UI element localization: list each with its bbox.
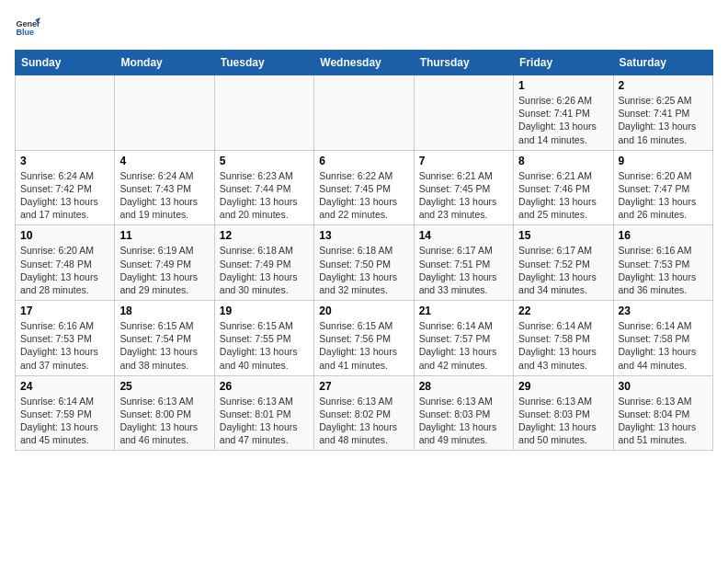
day-info: Sunrise: 6:13 AM Sunset: 8:02 PM Dayligh… xyxy=(319,395,408,447)
day-info: Sunrise: 6:14 AM Sunset: 7:57 PM Dayligh… xyxy=(419,319,508,372)
day-info: Sunrise: 6:24 AM Sunset: 7:42 PM Dayligh… xyxy=(20,169,109,222)
weekday-header-tuesday: Tuesday xyxy=(214,51,313,75)
day-number: 21 xyxy=(419,304,508,317)
day-info: Sunrise: 6:15 AM Sunset: 7:55 PM Dayligh… xyxy=(220,319,309,372)
day-number: 15 xyxy=(518,229,608,242)
day-info: Sunrise: 6:13 AM Sunset: 8:01 PM Dayligh… xyxy=(220,395,309,447)
calendar-week-row: 3Sunrise: 6:24 AM Sunset: 7:42 PM Daylig… xyxy=(16,150,713,225)
day-number: 6 xyxy=(319,155,408,167)
calendar-cell xyxy=(16,75,115,151)
calendar-week-row: 24Sunrise: 6:14 AM Sunset: 7:59 PM Dayli… xyxy=(16,375,713,451)
day-number: 12 xyxy=(220,229,309,242)
day-number: 26 xyxy=(220,380,309,393)
day-info: Sunrise: 6:23 AM Sunset: 7:44 PM Dayligh… xyxy=(220,169,309,222)
day-number: 19 xyxy=(220,304,309,317)
calendar-cell: 9Sunrise: 6:20 AM Sunset: 7:47 PM Daylig… xyxy=(613,150,712,225)
day-number: 10 xyxy=(20,229,109,242)
weekday-header-saturday: Saturday xyxy=(613,51,712,75)
day-info: Sunrise: 6:20 AM Sunset: 7:47 PM Dayligh… xyxy=(619,169,708,222)
calendar-cell: 3Sunrise: 6:24 AM Sunset: 7:42 PM Daylig… xyxy=(16,150,115,225)
calendar-cell: 15Sunrise: 6:17 AM Sunset: 7:52 PM Dayli… xyxy=(514,225,613,301)
calendar-cell: 21Sunrise: 6:14 AM Sunset: 7:57 PM Dayli… xyxy=(414,301,513,376)
weekday-header-thursday: Thursday xyxy=(414,51,513,75)
day-info: Sunrise: 6:24 AM Sunset: 7:43 PM Dayligh… xyxy=(119,169,209,222)
day-number: 27 xyxy=(319,380,408,393)
calendar-body: 1Sunrise: 6:26 AM Sunset: 7:41 PM Daylig… xyxy=(16,75,713,451)
day-info: Sunrise: 6:15 AM Sunset: 7:54 PM Dayligh… xyxy=(119,319,209,372)
calendar-cell: 20Sunrise: 6:15 AM Sunset: 7:56 PM Dayli… xyxy=(314,301,414,376)
calendar-cell: 16Sunrise: 6:16 AM Sunset: 7:53 PM Dayli… xyxy=(613,225,712,301)
weekday-header-row: SundayMondayTuesdayWednesdayThursdayFrid… xyxy=(16,51,713,75)
day-info: Sunrise: 6:17 AM Sunset: 7:51 PM Dayligh… xyxy=(419,244,508,296)
day-info: Sunrise: 6:18 AM Sunset: 7:49 PM Dayligh… xyxy=(220,244,309,296)
calendar-cell: 2Sunrise: 6:25 AM Sunset: 7:41 PM Daylig… xyxy=(613,75,712,151)
day-number: 18 xyxy=(119,304,209,317)
calendar-cell: 11Sunrise: 6:19 AM Sunset: 7:49 PM Dayli… xyxy=(115,225,214,301)
calendar-cell: 22Sunrise: 6:14 AM Sunset: 7:58 PM Dayli… xyxy=(514,301,613,376)
day-info: Sunrise: 6:18 AM Sunset: 7:50 PM Dayligh… xyxy=(319,244,408,296)
day-info: Sunrise: 6:13 AM Sunset: 8:00 PM Dayligh… xyxy=(119,395,209,447)
calendar-cell xyxy=(314,75,414,151)
day-number: 24 xyxy=(20,380,109,393)
day-info: Sunrise: 6:20 AM Sunset: 7:48 PM Dayligh… xyxy=(20,244,109,296)
weekday-header-sunday: Sunday xyxy=(16,51,115,75)
calendar-cell: 30Sunrise: 6:13 AM Sunset: 8:04 PM Dayli… xyxy=(613,375,712,451)
logo: General Blue xyxy=(15,15,44,40)
calendar-week-row: 10Sunrise: 6:20 AM Sunset: 7:48 PM Dayli… xyxy=(16,225,713,301)
day-number: 5 xyxy=(220,155,309,167)
day-info: Sunrise: 6:14 AM Sunset: 7:58 PM Dayligh… xyxy=(619,319,708,372)
day-number: 4 xyxy=(119,155,209,167)
calendar-cell: 13Sunrise: 6:18 AM Sunset: 7:50 PM Dayli… xyxy=(314,225,414,301)
calendar-cell: 1Sunrise: 6:26 AM Sunset: 7:41 PM Daylig… xyxy=(514,75,613,151)
calendar-table: SundayMondayTuesdayWednesdayThursdayFrid… xyxy=(15,50,713,451)
calendar-week-row: 1Sunrise: 6:26 AM Sunset: 7:41 PM Daylig… xyxy=(16,75,713,151)
day-number: 2 xyxy=(619,79,708,92)
calendar-cell: 27Sunrise: 6:13 AM Sunset: 8:02 PM Dayli… xyxy=(314,375,414,451)
weekday-header-wednesday: Wednesday xyxy=(314,51,414,75)
calendar-cell: 24Sunrise: 6:14 AM Sunset: 7:59 PM Dayli… xyxy=(16,375,115,451)
calendar-cell xyxy=(214,75,313,151)
calendar-cell: 8Sunrise: 6:21 AM Sunset: 7:46 PM Daylig… xyxy=(514,150,613,225)
day-info: Sunrise: 6:14 AM Sunset: 7:59 PM Dayligh… xyxy=(20,395,109,447)
day-number: 8 xyxy=(518,155,608,167)
weekday-header-friday: Friday xyxy=(514,51,613,75)
calendar-header: SundayMondayTuesdayWednesdayThursdayFrid… xyxy=(16,51,713,75)
day-number: 30 xyxy=(619,380,708,393)
calendar-cell: 12Sunrise: 6:18 AM Sunset: 7:49 PM Dayli… xyxy=(214,225,313,301)
page-header: General Blue xyxy=(15,15,713,40)
day-number: 1 xyxy=(518,79,608,92)
day-info: Sunrise: 6:13 AM Sunset: 8:03 PM Dayligh… xyxy=(419,395,508,447)
day-info: Sunrise: 6:17 AM Sunset: 7:52 PM Dayligh… xyxy=(518,244,608,296)
calendar-cell: 28Sunrise: 6:13 AM Sunset: 8:03 PM Dayli… xyxy=(414,375,513,451)
calendar-cell xyxy=(414,75,513,151)
logo-icon: General Blue xyxy=(15,15,40,40)
calendar-cell: 23Sunrise: 6:14 AM Sunset: 7:58 PM Dayli… xyxy=(613,301,712,376)
day-number: 29 xyxy=(518,380,608,393)
calendar-week-row: 17Sunrise: 6:16 AM Sunset: 7:53 PM Dayli… xyxy=(16,301,713,376)
day-number: 13 xyxy=(319,229,408,242)
calendar-cell: 10Sunrise: 6:20 AM Sunset: 7:48 PM Dayli… xyxy=(16,225,115,301)
calendar-cell: 14Sunrise: 6:17 AM Sunset: 7:51 PM Dayli… xyxy=(414,225,513,301)
day-info: Sunrise: 6:13 AM Sunset: 8:03 PM Dayligh… xyxy=(518,395,608,447)
day-number: 16 xyxy=(619,229,708,242)
day-number: 3 xyxy=(20,155,109,167)
day-info: Sunrise: 6:13 AM Sunset: 8:04 PM Dayligh… xyxy=(619,395,708,447)
weekday-header-monday: Monday xyxy=(115,51,214,75)
day-info: Sunrise: 6:26 AM Sunset: 7:41 PM Dayligh… xyxy=(518,94,608,146)
calendar-cell: 19Sunrise: 6:15 AM Sunset: 7:55 PM Dayli… xyxy=(214,301,313,376)
day-info: Sunrise: 6:22 AM Sunset: 7:45 PM Dayligh… xyxy=(319,169,408,222)
day-info: Sunrise: 6:16 AM Sunset: 7:53 PM Dayligh… xyxy=(619,244,708,296)
day-number: 17 xyxy=(20,304,109,317)
day-info: Sunrise: 6:14 AM Sunset: 7:58 PM Dayligh… xyxy=(518,319,608,372)
day-number: 20 xyxy=(319,304,408,317)
day-number: 7 xyxy=(419,155,508,167)
day-info: Sunrise: 6:25 AM Sunset: 7:41 PM Dayligh… xyxy=(619,94,708,146)
calendar-cell: 18Sunrise: 6:15 AM Sunset: 7:54 PM Dayli… xyxy=(115,301,214,376)
svg-text:Blue: Blue xyxy=(16,28,34,37)
day-info: Sunrise: 6:15 AM Sunset: 7:56 PM Dayligh… xyxy=(319,319,408,372)
calendar-cell: 25Sunrise: 6:13 AM Sunset: 8:00 PM Dayli… xyxy=(115,375,214,451)
day-info: Sunrise: 6:16 AM Sunset: 7:53 PM Dayligh… xyxy=(20,319,109,372)
day-number: 11 xyxy=(119,229,209,242)
calendar-cell: 6Sunrise: 6:22 AM Sunset: 7:45 PM Daylig… xyxy=(314,150,414,225)
day-number: 14 xyxy=(419,229,508,242)
